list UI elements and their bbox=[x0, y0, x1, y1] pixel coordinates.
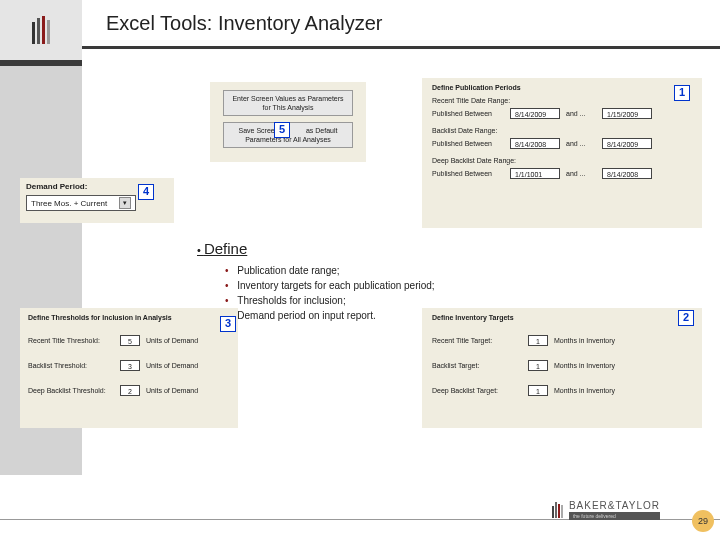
header-rule bbox=[82, 46, 720, 49]
deep-target-lbl: Deep Backlist Target: bbox=[432, 387, 522, 394]
pub-between-lbl-2: Published Between bbox=[432, 140, 504, 147]
callout-3: 3 bbox=[220, 316, 236, 332]
deep-threshold-input[interactable]: 2 bbox=[120, 385, 140, 396]
recent-range-row: Published Between 8/14/2009 and ... 1/15… bbox=[432, 108, 692, 119]
footer-brand: BAKER&TAYLOR the future delivered bbox=[552, 500, 660, 520]
callout-1: 1 bbox=[674, 85, 690, 101]
and-lbl-2: and ... bbox=[566, 140, 596, 147]
unit-lbl-2: Units of Demand bbox=[146, 362, 198, 369]
backlist-from-input[interactable]: 8/14/2008 bbox=[510, 138, 560, 149]
backlist-target-lbl: Backlist Target: bbox=[432, 362, 522, 369]
target-row-backlist: Backlist Target: 1 Months in Inventory bbox=[432, 360, 692, 371]
define-heading: Define bbox=[197, 240, 517, 257]
pub-between-lbl: Published Between bbox=[432, 110, 504, 117]
and-lbl-3: and ... bbox=[566, 170, 596, 177]
list-item: Thresholds for inclusion; bbox=[225, 295, 517, 306]
deep-range-hdr: Deep Backlist Date Range: bbox=[432, 157, 692, 164]
recent-threshold-lbl: Recent Title Threshold: bbox=[28, 337, 114, 344]
backlist-to-input[interactable]: 8/14/2009 bbox=[602, 138, 652, 149]
slide: Excel Tools: Inventory Analyzer Enter Sc… bbox=[0, 0, 720, 540]
deep-to-input[interactable]: 8/14/2008 bbox=[602, 168, 652, 179]
brand-tagline: the future delivered bbox=[569, 512, 660, 520]
logo-icon bbox=[32, 16, 50, 44]
target-row-recent: Recent Title Target: 1 Months in Invento… bbox=[432, 335, 692, 346]
backlist-range-hdr: Backlist Date Range: bbox=[432, 127, 692, 134]
list-item: Publication date range; bbox=[225, 265, 517, 276]
backlist-threshold-input[interactable]: 3 bbox=[120, 360, 140, 371]
target-row-deep: Deep Backlist Target: 1 Months in Invent… bbox=[432, 385, 692, 396]
thresholds-title: Define Thresholds for Inclusion in Analy… bbox=[28, 314, 230, 321]
footer: BAKER&TAYLOR the future delivered bbox=[0, 519, 720, 520]
target-unit-3: Months in Inventory bbox=[554, 387, 615, 394]
backlist-range-row: Published Between 8/14/2008 and ... 8/14… bbox=[432, 138, 692, 149]
unit-lbl-3: Units of Demand bbox=[146, 387, 198, 394]
pub-periods-title: Define Publication Periods bbox=[432, 84, 692, 91]
backlist-target-input[interactable]: 1 bbox=[528, 360, 548, 371]
save-pre-text: Save Screen bbox=[239, 127, 279, 134]
callout-5: 5 bbox=[274, 122, 290, 138]
list-item: Inventory targets for each publication p… bbox=[225, 280, 517, 291]
deep-from-input[interactable]: 1/1/1001 bbox=[510, 168, 560, 179]
brand-logo-icon bbox=[552, 502, 563, 518]
demand-period-value: Three Mos. + Current bbox=[31, 199, 107, 208]
recent-target-lbl: Recent Title Target: bbox=[432, 337, 522, 344]
content: Enter Screen Values as Parameters for Th… bbox=[82, 60, 720, 540]
enter-params-button[interactable]: Enter Screen Values as Parameters for Th… bbox=[223, 90, 353, 116]
deep-range-row: Published Between 1/1/1001 and ... 8/14/… bbox=[432, 168, 692, 179]
callout-4: 4 bbox=[138, 184, 154, 200]
logo-box bbox=[0, 0, 82, 60]
thresholds-panel: Define Thresholds for Inclusion in Analy… bbox=[20, 308, 238, 428]
recent-threshold-input[interactable]: 5 bbox=[120, 335, 140, 346]
targets-title: Define Inventory Targets bbox=[432, 314, 692, 321]
brand-name: BAKER&TAYLOR bbox=[569, 500, 660, 511]
header: Excel Tools: Inventory Analyzer bbox=[0, 0, 720, 60]
and-lbl-1: and ... bbox=[566, 110, 596, 117]
targets-panel: Define Inventory Targets Recent Title Ta… bbox=[422, 308, 702, 428]
title-area: Excel Tools: Inventory Analyzer bbox=[82, 0, 720, 60]
deep-threshold-lbl: Deep Backlist Threshold: bbox=[28, 387, 114, 394]
threshold-row-backlist: Backlist Threshold: 3 Units of Demand bbox=[28, 360, 230, 371]
page-number: 29 bbox=[692, 510, 714, 532]
brand-text-block: BAKER&TAYLOR the future delivered bbox=[569, 500, 660, 520]
recent-to-input[interactable]: 1/15/2009 bbox=[602, 108, 652, 119]
deep-target-input[interactable]: 1 bbox=[528, 385, 548, 396]
target-unit-2: Months in Inventory bbox=[554, 362, 615, 369]
pub-periods-panel: Define Publication Periods Recent Title … bbox=[422, 78, 702, 228]
recent-range-hdr: Recent Title Date Range: bbox=[432, 97, 692, 104]
chevron-down-icon: ▾ bbox=[119, 197, 131, 209]
callout-2: 2 bbox=[678, 310, 694, 326]
backlist-threshold-lbl: Backlist Threshold: bbox=[28, 362, 114, 369]
demand-period-dropdown[interactable]: Three Mos. + Current ▾ bbox=[26, 195, 136, 211]
target-unit-1: Months in Inventory bbox=[554, 337, 615, 344]
pub-between-lbl-3: Published Between bbox=[432, 170, 504, 177]
page-title: Excel Tools: Inventory Analyzer bbox=[106, 12, 696, 35]
threshold-row-deep: Deep Backlist Threshold: 2 Units of Dema… bbox=[28, 385, 230, 396]
threshold-row-recent: Recent Title Threshold: 5 Units of Deman… bbox=[28, 335, 230, 346]
unit-lbl-1: Units of Demand bbox=[146, 337, 198, 344]
recent-target-input[interactable]: 1 bbox=[528, 335, 548, 346]
recent-from-input[interactable]: 8/14/2009 bbox=[510, 108, 560, 119]
